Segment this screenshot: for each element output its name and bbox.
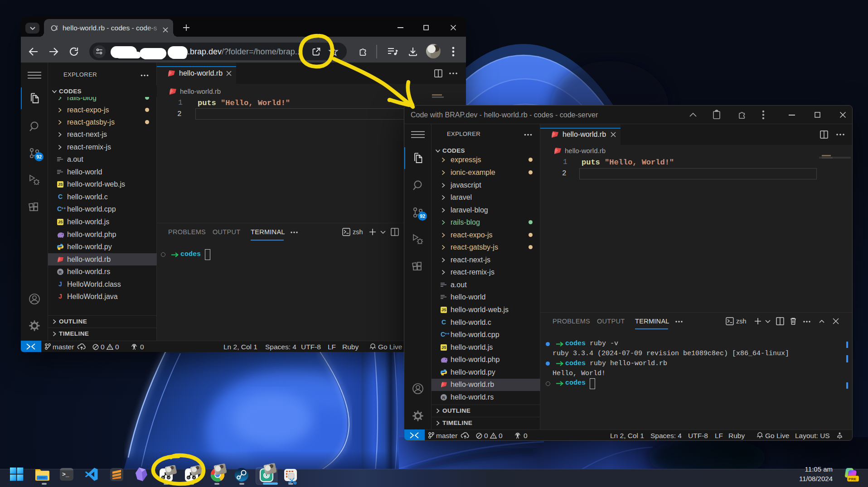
svg-text:R: R <box>442 395 446 400</box>
svg-text:R: R <box>59 270 62 275</box>
